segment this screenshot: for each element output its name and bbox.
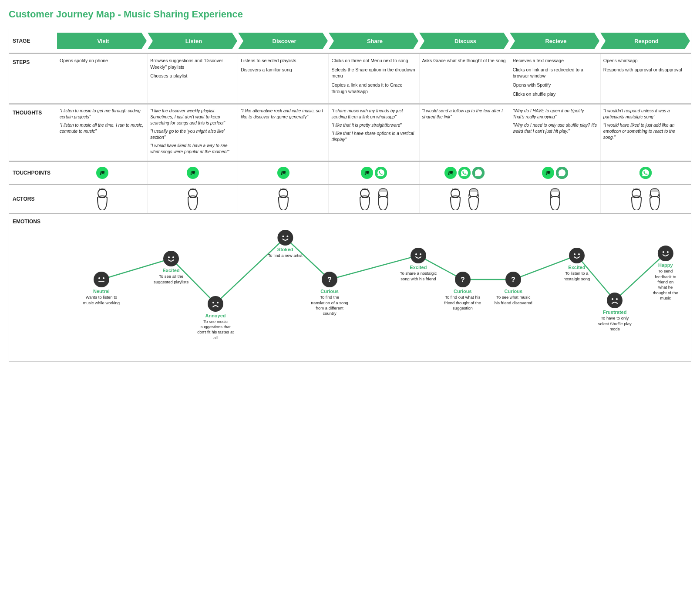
emotion-emoji: ?	[455, 272, 471, 287]
emotion-point-excited-5: ExcitedTo share a nostalgic song with hi…	[399, 248, 438, 282]
thoughts-row: THOUGHTS "I listen to music to get me th…	[9, 104, 691, 161]
emotion-point-happy-10: HappyTo send feedback to friend on what …	[653, 246, 678, 301]
svg-point-64	[609, 294, 621, 306]
emotion-description: To find out what his friend thought of t…	[443, 295, 482, 311]
stage-discuss: Discuss	[419, 33, 509, 49]
stage-share: Share	[329, 33, 418, 49]
actor-figure	[275, 188, 292, 210]
emotion-label: Stoked	[277, 247, 293, 252]
emotion-label: Frustrated	[603, 310, 626, 315]
touchpoints-cell-6	[600, 162, 691, 184]
emotion-label: Neutral	[93, 289, 110, 294]
actor-figure	[357, 188, 373, 210]
step-text: Opens whatsapp	[603, 57, 688, 64]
emotion-emoji: ?	[505, 272, 521, 287]
thought-text: "I would send a follow up to the text af…	[422, 108, 507, 120]
actors-cell-2	[238, 185, 328, 213]
svg-point-41	[103, 277, 104, 279]
steps-cell-5: Recieves a text messageClicks on link an…	[510, 54, 600, 103]
step-text: Opens with Spotify	[513, 82, 598, 88]
touchpoints-cells	[57, 162, 691, 184]
actor-figure	[465, 188, 482, 210]
actor-figure	[447, 188, 464, 210]
thoughts-cells: "I listen to music to get me through cod…	[57, 104, 691, 161]
thought-text: "I like the discover weekly playlist. So…	[150, 108, 235, 126]
imessage-icon	[556, 167, 568, 179]
touchpoints-label: TOUCHPOINTS	[9, 165, 57, 180]
thoughts-cell-0: "I listen to music to get me through cod…	[57, 104, 147, 161]
steps-cell-4: Asks Grace what she thought of the song	[419, 54, 510, 103]
svg-point-47	[212, 302, 214, 303]
step-text: Clicks on shuffle play	[513, 91, 598, 98]
actors-cell-3	[328, 185, 419, 213]
spotify-icon	[277, 167, 289, 179]
thought-text: "I usually go to the 'you might also lik…	[150, 128, 235, 141]
actors-cell-1	[147, 185, 238, 213]
stage-discover: Discover	[238, 33, 328, 49]
step-text: Browses suggestions and "Discover Weekly…	[150, 57, 235, 70]
touchpoints-cell-3	[328, 162, 419, 184]
emotion-description: To send feedback to friend on what he th…	[653, 269, 678, 301]
spotify-icon	[542, 167, 554, 179]
emotion-label: Curious	[505, 289, 523, 294]
emotion-emoji	[411, 248, 426, 263]
spotify-icon	[187, 167, 199, 179]
steps-label: STEPS	[9, 54, 57, 70]
svg-point-55	[415, 253, 417, 255]
svg-point-45	[172, 256, 174, 258]
emotion-point-excited-8: ExcitedTo listen to a nostalgic song	[557, 248, 596, 282]
svg-rect-18	[190, 197, 196, 198]
emotion-description: To share a nostalgic song with his frien…	[399, 271, 438, 282]
step-text: Selects the Share option in the dropdown…	[331, 67, 416, 79]
actor-figure	[628, 188, 645, 210]
thoughts-cell-5: "Why do I HAVE to open it on Spotify. Th…	[510, 104, 600, 161]
svg-point-40	[98, 277, 100, 279]
svg-point-67	[660, 247, 672, 259]
actor-figure	[94, 188, 111, 210]
thought-text: "Why do I HAVE to open it on Spotify. Th…	[513, 108, 598, 120]
emotion-description: To find the translation of a song from a…	[310, 295, 349, 316]
thought-text: "Why do I need to only use shuffle play?…	[513, 122, 598, 135]
step-text: Recieves a text message	[513, 57, 598, 64]
svg-point-65	[612, 298, 613, 300]
emotion-point-frustrated-9: FrustratedTo have to only select Shuffle…	[595, 293, 634, 332]
actors-cell-5	[510, 185, 600, 213]
svg-point-61	[571, 249, 583, 262]
stage-listen: Listen	[148, 33, 237, 49]
emotion-description: To see music suggestions that don't fit …	[196, 319, 235, 340]
stage-label: STAGE	[9, 34, 57, 48]
thought-text: "I would have liked to just add like an …	[603, 122, 688, 141]
emotion-label: Excited	[568, 265, 585, 270]
thought-text: "I like that it is pretty straightforwar…	[331, 122, 416, 128]
emotion-label: Excited	[410, 265, 427, 270]
emotion-description: To find a new artist	[268, 253, 303, 258]
emotion-point-stoked-3: StokedTo find a new artist	[268, 230, 303, 258]
svg-point-69	[667, 251, 669, 253]
svg-point-68	[663, 251, 664, 253]
svg-text:?: ?	[511, 276, 515, 283]
actors-cell-6	[600, 185, 691, 213]
emotion-emoji	[658, 246, 673, 261]
whatsapp-icon	[639, 167, 652, 179]
emotion-emoji	[94, 272, 109, 287]
svg-point-54	[412, 249, 424, 262]
touchpoints-cell-5	[510, 162, 600, 184]
steps-cell-3: Clicks on three dot Menu next to songSel…	[328, 54, 419, 103]
steps-cell-2: Listens to selected playlistsDiscovers a…	[238, 54, 328, 103]
thought-text: "I would have liked to have a way to see…	[150, 143, 235, 155]
actor-figure	[375, 188, 391, 210]
actor-figure	[646, 188, 663, 210]
actor-figure	[185, 188, 201, 210]
thoughts-cell-4: "I would send a follow up to the text af…	[419, 104, 510, 161]
touchpoints-cell-0	[57, 162, 147, 184]
emotion-point-curious-4: ? CuriousTo find the translation of a so…	[310, 272, 349, 316]
svg-text:?: ?	[327, 276, 332, 283]
step-text: Discovers a familiar song	[241, 67, 326, 73]
steps-row: STEPS Opens spotify on phoneBrowses sugg…	[9, 53, 691, 104]
emotion-emoji	[607, 293, 623, 308]
journey-map: STAGE VisitListenDiscoverShareDiscussRec…	[9, 29, 691, 362]
stage-recieve: Recieve	[510, 33, 599, 49]
emotion-point-neutral-0: NeutralWants to listen to music while wo…	[82, 272, 121, 306]
emotion-label: Happy	[658, 263, 673, 268]
steps-cell-0: Opens spotify on phone	[57, 54, 147, 103]
